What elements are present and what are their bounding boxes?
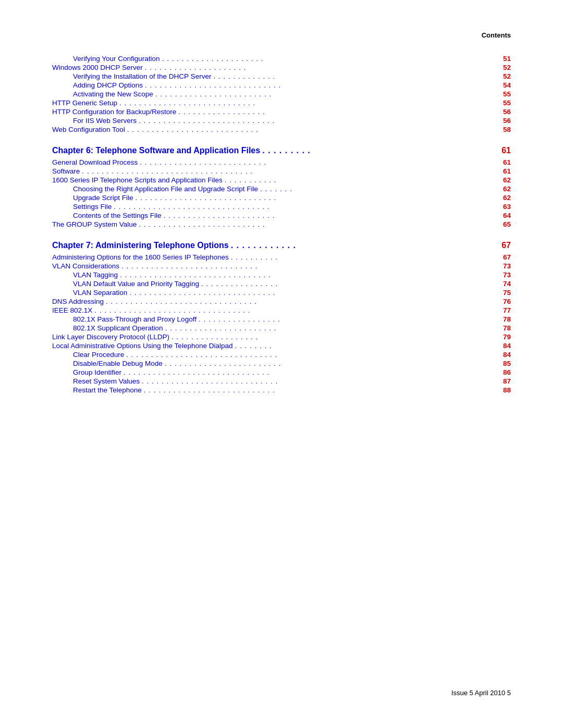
- toc-entry-title: 1600 Series IP Telephone Scripts and App…: [52, 176, 223, 184]
- page: Contents Verifying Your Configuration . …: [0, 0, 563, 728]
- toc-entry: Link Layer Discovery Protocol (LLDP) . .…: [52, 333, 511, 341]
- toc-entry: HTTP Generic Setup . . . . . . . . . . .…: [52, 99, 511, 107]
- toc-entry: Windows 2000 DHCP Server . . . . . . . .…: [52, 64, 511, 71]
- toc-entry-page: 56: [495, 117, 511, 125]
- toc-entry-page: 74: [495, 280, 511, 288]
- chapter7-page: 67: [495, 241, 511, 250]
- chapter6-title: Chapter 6: Telephone Software and Applic…: [52, 146, 260, 155]
- toc-entry-page: 62: [495, 176, 511, 184]
- chapter6-dots: . . . . . . . . .: [262, 146, 493, 155]
- toc-entry-dots: . . . . . . . . . . . . . . . . . . . . …: [124, 368, 493, 376]
- toc-entry-page: 61: [495, 158, 511, 166]
- toc-entry-title: Verifying the Installation of the DHCP S…: [73, 72, 211, 80]
- toc-entry-page: 88: [495, 386, 511, 394]
- toc-entry: Clear Procedure . . . . . . . . . . . . …: [52, 351, 511, 359]
- toc-entry-page: 64: [495, 212, 511, 219]
- toc-entry-page: 76: [495, 298, 511, 305]
- toc-entry-dots: . . . . . . . . . . . . . . . . . . . . …: [119, 99, 493, 107]
- toc-entry: Web Configuration Tool . . . . . . . . .…: [52, 126, 511, 133]
- toc-entry-title: Choosing the Right Application File and …: [73, 185, 258, 193]
- toc-entry: HTTP Configuration for Backup/Restore . …: [52, 108, 511, 116]
- toc-entry-title: Clear Procedure: [73, 351, 124, 359]
- toc-entry-dots: . . . . . . . . . . . . . . . . . . . . …: [165, 360, 493, 367]
- toc-entry-dots: . . . . . . .: [260, 185, 493, 193]
- toc-entry-dots: . . . . . . . . . . . . . . . . . . . . …: [142, 377, 493, 385]
- toc-entry-page: 65: [495, 220, 511, 228]
- toc-entry-title: DNS Addressing: [52, 298, 104, 305]
- toc-entry-dots: . . . . . . . . . . . . . . . . . . . . …: [82, 167, 493, 175]
- toc-entry: IEEE 802.1X . . . . . . . . . . . . . . …: [52, 306, 511, 314]
- toc-entry-title: 802.1X Supplicant Operation: [73, 324, 163, 332]
- toc-entry: Local Administrative Options Using the T…: [52, 342, 511, 350]
- toc-entry-title: Verifying Your Configuration: [73, 55, 160, 63]
- toc-entry-dots: . . . . . . . . . . . . . . . . . . . . …: [145, 64, 493, 71]
- toc-entry-dots: . . . . . . . . . . . . . . . . . . . . …: [139, 117, 493, 125]
- toc-entry: VLAN Separation . . . . . . . . . . . . …: [52, 289, 511, 297]
- toc-entry: 1600 Series IP Telephone Scripts and App…: [52, 176, 511, 184]
- toc-entry: General Download Process . . . . . . . .…: [52, 158, 511, 166]
- chapter6-page: 61: [495, 146, 511, 155]
- toc-entry-dots: . . . . . . . . . . . . . . . .: [201, 280, 493, 288]
- toc-entry: Verifying the Installation of the DHCP S…: [52, 72, 511, 80]
- chapter7-heading: Chapter 7: Administering Telephone Optio…: [52, 241, 511, 250]
- toc-entry-dots: . . . . . . . . . . . . . . . . . . . . …: [120, 271, 493, 279]
- toc-entry-page: 51: [495, 55, 511, 63]
- toc-entry: 802.1X Supplicant Operation . . . . . . …: [52, 324, 511, 332]
- toc-entry-page: 61: [495, 167, 511, 175]
- toc-entry: Settings File . . . . . . . . . . . . . …: [52, 203, 511, 211]
- header-label: Contents: [482, 31, 511, 39]
- toc-entry-title: 802.1X Pass-Through and Proxy Logoff: [73, 315, 197, 323]
- toc-entry-title: Administering Options for the 1600 Serie…: [52, 253, 229, 261]
- toc-entry-title: Disable/Enable Debug Mode: [73, 360, 163, 367]
- toc-entry-title: VLAN Tagging: [73, 271, 118, 279]
- toc-entry-page: 73: [495, 271, 511, 279]
- toc-entry-dots: . . . . . . . . . . . . . . . . . . . . …: [136, 194, 493, 202]
- toc-entry: Disable/Enable Debug Mode . . . . . . . …: [52, 360, 511, 367]
- toc-entry-page: 78: [495, 315, 511, 323]
- toc-entry-dots: . . . . . . . . . . . . . . . . .: [199, 315, 493, 323]
- toc-entry-title: HTTP Configuration for Backup/Restore: [52, 108, 176, 116]
- toc-entry: Choosing the Right Application File and …: [52, 185, 511, 193]
- toc-entry: Adding DHCP Options . . . . . . . . . . …: [52, 81, 511, 89]
- toc-entry: 802.1X Pass-Through and Proxy Logoff . .…: [52, 315, 511, 323]
- toc-entry-page: 77: [495, 306, 511, 314]
- toc-entry: VLAN Tagging . . . . . . . . . . . . . .…: [52, 271, 511, 279]
- toc-entry-page: 55: [495, 99, 511, 107]
- toc-entry-page: 84: [495, 351, 511, 359]
- toc-entry-dots: . . . . . . . . . . . . . . . . . . . . …: [106, 298, 493, 305]
- toc-entry: DNS Addressing . . . . . . . . . . . . .…: [52, 298, 511, 305]
- toc-entry-dots: . . . . . . . . . . . . . . . . . . . . …: [162, 55, 493, 63]
- toc-entry-page: 78: [495, 324, 511, 332]
- toc-entry-dots: . . . . . . . . . .: [231, 253, 493, 261]
- toc-section-top: Verifying Your Configuration . . . . . .…: [52, 55, 511, 133]
- toc-entry: Restart the Telephone . . . . . . . . . …: [52, 386, 511, 394]
- toc-entry-dots: . . . . . . . . . . . . . . . . . . . . …: [139, 220, 493, 228]
- toc-entry-title: Web Configuration Tool: [52, 126, 125, 133]
- toc-entry-title: VLAN Default Value and Priority Tagging: [73, 280, 199, 288]
- toc-section-ch7: Administering Options for the 1600 Serie…: [52, 253, 511, 394]
- toc-entry: Contents of the Settings File . . . . . …: [52, 212, 511, 219]
- toc-entry: VLAN Considerations . . . . . . . . . . …: [52, 262, 511, 270]
- toc-entry-title: For IIS Web Servers: [73, 117, 137, 125]
- toc-entry: For IIS Web Servers . . . . . . . . . . …: [52, 117, 511, 125]
- toc-entry-dots: . . . . . . . . . . . . . . . . . .: [178, 108, 493, 116]
- toc-entry-dots: . . . . . . . . . . . . . . . . . . . . …: [164, 212, 493, 219]
- toc-entry-page: 52: [495, 64, 511, 71]
- toc-entry-dots: . . . . . . . . . . . . . . . . . .: [172, 333, 493, 341]
- toc-entry-title: Contents of the Settings File: [73, 212, 162, 219]
- footer-text: Issue 5 April 2010 5: [451, 689, 511, 697]
- toc-entry-dots: . . . . . . . . . . . . . . . . . . . . …: [127, 126, 493, 133]
- toc-entry: Software . . . . . . . . . . . . . . . .…: [52, 167, 511, 175]
- toc-entry: Upgrade Script File . . . . . . . . . . …: [52, 194, 511, 202]
- toc-entry-dots: . . . . . . . . . . . . . . . . . . . . …: [145, 81, 493, 89]
- toc-entry-title: IEEE 802.1X: [52, 306, 92, 314]
- toc-entry-title: Group Identifier: [73, 368, 121, 376]
- chapter7-dots: . . . . . . . . . . . .: [231, 241, 493, 250]
- toc-entry-page: 63: [495, 203, 511, 211]
- toc-entry-title: Windows 2000 DHCP Server: [52, 64, 143, 71]
- toc-entry-page: 52: [495, 72, 511, 80]
- toc-entry: Activating the New Scope . . . . . . . .…: [52, 90, 511, 98]
- toc-entry-dots: . . . . . . . . . . . . . . . . . . . . …: [144, 386, 493, 394]
- toc-entry-title: Link Layer Discovery Protocol (LLDP): [52, 333, 169, 341]
- toc-entry: Group Identifier . . . . . . . . . . . .…: [52, 368, 511, 376]
